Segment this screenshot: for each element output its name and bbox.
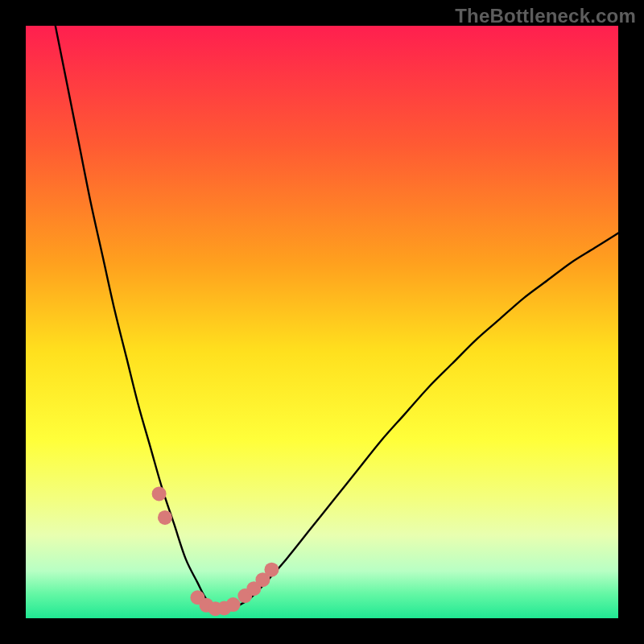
marker-dot: [158, 510, 172, 525]
plot-area: [26, 26, 618, 618]
marker-dot: [152, 486, 167, 501]
chart-svg: [26, 26, 618, 618]
marker-dot: [264, 563, 279, 577]
gradient-background: [26, 26, 618, 618]
marker-dot: [226, 597, 241, 612]
chart-frame: TheBottleneck.com: [0, 0, 644, 644]
watermark-text: TheBottleneck.com: [455, 5, 636, 27]
